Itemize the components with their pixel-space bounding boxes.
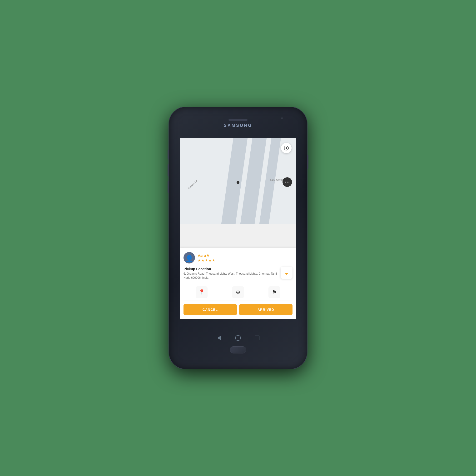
silent-button[interactable] xyxy=(168,181,169,193)
dot-2 xyxy=(287,182,288,183)
pickup-info: Pickup Location 6, Greams Road, Thousand… xyxy=(184,267,278,280)
pickup-section: Pickup Location 6, Greams Road, Thousand… xyxy=(184,267,292,280)
back-nav-button[interactable] xyxy=(215,334,222,341)
driver-name: Aaru V xyxy=(198,254,215,257)
action-icons-row: 📍 ⊕ ⚑ xyxy=(184,284,292,301)
map-pin xyxy=(236,181,240,187)
power-button[interactable] xyxy=(307,155,308,169)
steering-wheel-icon: ⊕ xyxy=(236,289,240,295)
driver-avatar: 👤 xyxy=(184,252,195,263)
street-label-greams: Greams Ln xyxy=(187,179,198,190)
flag-action-button[interactable]: ⚑ xyxy=(269,286,280,298)
phone-device: SAMSUNG Greams Ln SSS Junction xyxy=(169,107,307,369)
star-2: ★ xyxy=(201,258,204,262)
pickup-title: Pickup Location xyxy=(184,267,278,271)
arrived-button[interactable]: ARRIVED xyxy=(239,304,292,315)
home-nav-button[interactable] xyxy=(235,334,241,341)
driver-info-section: 👤 Aaru V ★ ★ ★ ★ ★ xyxy=(184,252,292,263)
recent-apps-icon xyxy=(255,336,259,340)
navigate-arrow-icon xyxy=(285,271,289,275)
location-pin-icon: 📍 xyxy=(199,289,205,295)
cancel-button[interactable]: CANCEL xyxy=(184,304,237,315)
star-4: ★ xyxy=(208,258,212,262)
avatar-person-icon: 👤 xyxy=(185,255,193,262)
star-5: ★ xyxy=(212,258,215,262)
star-3: ★ xyxy=(205,258,208,262)
map-pin-head xyxy=(236,180,240,185)
volume-up-button[interactable] xyxy=(168,150,169,159)
junction-label: SSS Junction xyxy=(270,178,284,181)
home-button[interactable] xyxy=(230,346,246,354)
location-dot xyxy=(286,147,287,149)
star-1: ★ xyxy=(198,258,201,262)
menu-dots-button[interactable] xyxy=(283,177,292,187)
back-icon xyxy=(217,336,221,340)
dot-1 xyxy=(285,182,286,183)
action-buttons-row: CANCEL ARRIVED xyxy=(184,304,292,315)
home-circle-icon xyxy=(235,335,241,341)
phone-screen: Greams Ln SSS Junction xyxy=(180,138,296,319)
rating-stars: ★ ★ ★ ★ ★ xyxy=(198,258,215,262)
dot-3 xyxy=(289,182,289,183)
top-bezel: SAMSUNG xyxy=(169,107,307,138)
volume-down-button[interactable] xyxy=(168,164,169,176)
speaker-grille xyxy=(228,119,248,121)
brand-logo: SAMSUNG xyxy=(224,123,252,128)
flag-icon: ⚑ xyxy=(272,289,277,295)
navigation-bar xyxy=(215,334,261,341)
driver-details: Aaru V ★ ★ ★ ★ ★ xyxy=(198,254,215,262)
map-view[interactable]: Greams Ln SSS Junction xyxy=(180,138,296,224)
location-icon xyxy=(284,146,289,151)
bottom-bezel xyxy=(169,319,307,369)
steering-wheel-action-button[interactable]: ⊕ xyxy=(232,286,244,298)
ride-info-card: 👤 Aaru V ★ ★ ★ ★ ★ Pickup Location xyxy=(180,248,296,319)
recents-nav-button[interactable] xyxy=(254,334,261,341)
front-camera xyxy=(281,117,283,119)
navigate-button[interactable] xyxy=(281,267,292,279)
pickup-address: 6, Greams Road, Thousand Lights West, Th… xyxy=(184,272,278,280)
location-pin-action-button[interactable]: 📍 xyxy=(196,286,207,298)
location-button[interactable] xyxy=(281,143,291,153)
